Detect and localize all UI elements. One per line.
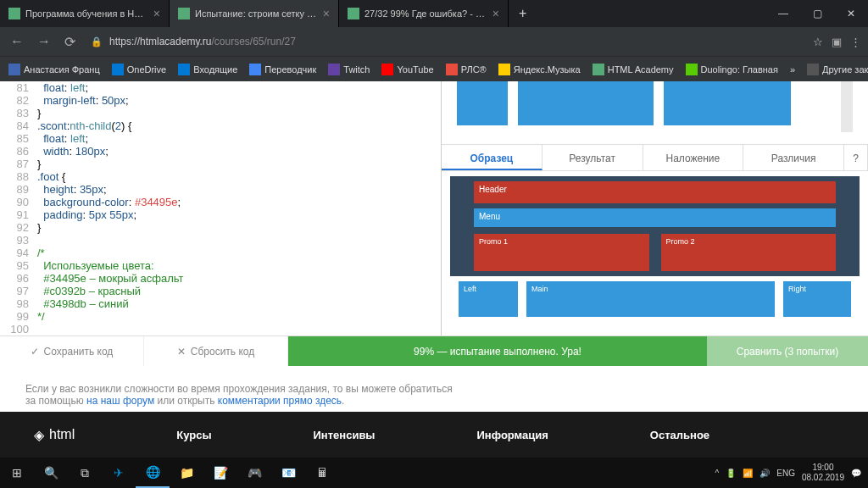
bookmark-item[interactable]: Twitch [328,64,370,75]
close-icon[interactable]: × [153,7,160,20]
main-block: Main [526,281,775,317]
preview-layout: Header Menu Promo 1 Promo 2 [450,176,860,276]
close-button[interactable]: ✕ [834,0,868,27]
maximize-button[interactable]: ▢ [800,0,834,27]
status-text: 99% — испытание выполнено. Ура! [288,336,707,366]
taskbar-app[interactable]: 🌐 [136,458,170,488]
logo-icon: ◈ [34,427,44,443]
forward-button[interactable]: → [34,34,54,49]
logo[interactable]: ◈html [34,427,75,443]
menu-icon[interactable]: ⋮ [850,36,861,48]
taskbar-app[interactable]: 🎮 [237,458,271,488]
tray-clock[interactable]: 19:0008.02.2019 [802,463,844,483]
header-block: Header [474,181,836,203]
preview-block [664,81,791,125]
task-view-button[interactable]: ⧉ [68,458,102,488]
left-block: Left [459,281,518,317]
footer-link[interactable]: Интенсивы [314,429,376,441]
preview-panel: Образец Результат Наложение Различия ? H… [441,81,868,336]
page-footer: ◈html Курсы Интенсивы Информация Остальн… [0,412,868,458]
bookmark-overflow[interactable]: » [790,64,795,75]
search-button[interactable]: 🔍 [34,458,68,488]
promo-block: Promo 1 [474,234,649,271]
browser-tab[interactable]: 27/32 99% Где ошибка? - Курсы× [339,0,509,27]
new-tab-button[interactable]: + [509,6,537,21]
browser-tab[interactable]: Испытание: строим сетку — Се× [170,0,339,27]
tab-diff[interactable]: Различия [743,145,844,170]
menu-block: Menu [474,208,836,227]
reset-button[interactable]: ✕Сбросить код [144,336,288,366]
bookmark-item[interactable]: Входящие [178,64,237,75]
bookmark-item[interactable]: Duolingo: Главная [686,64,778,75]
bookmark-item[interactable]: Переводчик [249,64,316,75]
reload-button[interactable]: ⟳ [61,34,79,50]
footer-link[interactable]: Информация [476,429,548,441]
forum-link[interactable]: на наш форум [86,395,154,407]
preview-tabs: Образец Результат Наложение Различия ? [442,144,868,171]
taskbar-app[interactable]: 📧 [271,458,305,488]
tray-icon[interactable]: ^ [715,469,720,478]
tab-sample[interactable]: Образец [442,145,542,170]
bookmark-item[interactable]: HTML Academy [593,64,674,75]
bookmark-item[interactable]: РЛС® [446,64,487,75]
footer-link[interactable]: Курсы [176,429,211,441]
url-text[interactable]: https://htmlacademy.ru/courses/65/run/27 [109,36,806,47]
tab-result[interactable]: Результат [542,145,643,170]
windows-taskbar: ⊞ 🔍 ⧉ ✈ 🌐 📁 📝 🎮 📧 🖩 ^ 🔋 📶 🔊 ENG 19:0008.… [0,458,868,488]
minimize-button[interactable]: — [766,0,800,27]
preview-block [518,81,654,125]
address-bar: ← → ⟳ 🔒 https://htmlacademy.ru/courses/6… [0,27,868,56]
close-icon[interactable]: × [323,7,330,20]
back-button[interactable]: ← [7,34,27,49]
tab-overlay[interactable]: Наложение [643,145,744,170]
taskbar-app[interactable]: ✈ [102,458,136,488]
start-button[interactable]: ⊞ [0,458,34,488]
browser-tab[interactable]: Программа обучения в HTML A× [0,0,170,27]
other-bookmarks[interactable]: Другие закладки [807,64,868,75]
preview-block [457,81,508,125]
action-bar: ✓Сохранить код ✕Сбросить код 99% — испыт… [0,336,868,366]
scrollbar[interactable] [841,81,853,132]
tray-lang[interactable]: ENG [776,469,795,478]
tab-help[interactable]: ? [844,145,868,170]
promo-block: Promo 2 [661,234,837,271]
extension-icon[interactable]: ▣ [832,36,842,48]
lock-icon: 🔒 [91,36,103,47]
tray-icon[interactable]: 📶 [743,469,753,478]
right-block: Right [783,281,851,317]
bookmark-star-icon[interactable]: ☆ [813,36,823,48]
footer-link[interactable]: Остальное [650,429,709,441]
bookmark-item[interactable]: Анастасия Франц [8,64,100,75]
tray-notifications[interactable]: 💬 [851,469,861,478]
bookmark-item[interactable]: Яндекс.Музыка [498,64,581,75]
bookmarks-bar: Анастасия Франц OneDrive Входящие Перево… [0,56,868,81]
taskbar-app[interactable]: 📁 [170,458,203,488]
save-button[interactable]: ✓Сохранить код [0,336,144,366]
tray-icon[interactable]: 🔊 [760,469,770,478]
close-icon: ✕ [177,346,186,358]
taskbar-app[interactable]: 🖩 [305,458,339,488]
bookmark-item[interactable]: YouTube [381,64,433,75]
bookmark-item[interactable]: OneDrive [112,64,166,75]
taskbar-app[interactable]: 📝 [203,458,237,488]
check-icon: ✓ [31,346,39,358]
comments-link[interactable]: комментарии прямо здесь [218,395,342,407]
browser-titlebar: Программа обучения в HTML A× Испытание: … [0,0,868,27]
code-editor[interactable]: 81 float: left; 82 margin-left: 50px; 83… [0,81,441,336]
tray-icon[interactable]: 🔋 [726,469,736,478]
compare-button[interactable]: Сравнить (3 попытки) [707,336,868,366]
close-icon[interactable]: × [492,7,499,20]
